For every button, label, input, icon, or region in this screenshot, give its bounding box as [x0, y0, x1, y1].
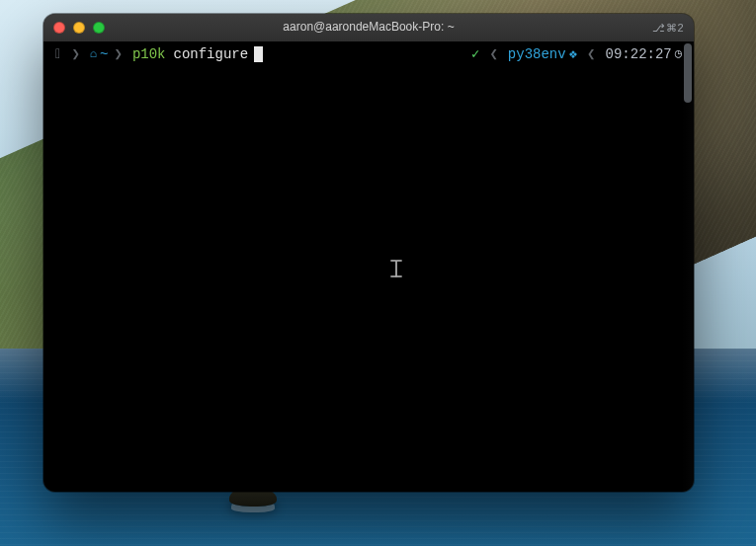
- window-close-button[interactable]: [53, 22, 65, 34]
- cwd-segment: ⌂ ~: [84, 44, 115, 64]
- window-titlebar[interactable]: aaron@aarondeMacBook-Pro: ~ ⎇⌘2: [43, 14, 694, 41]
- apple-logo-icon: : [49, 44, 71, 64]
- text-cursor: [254, 46, 263, 62]
- clock-icon: ◷: [675, 44, 682, 64]
- prompt-right: ✓ ❮ py38env ❖ ❮ 09:22:27 ◷: [465, 44, 688, 64]
- window-zoom-button[interactable]: [93, 22, 105, 34]
- window-minimize-button[interactable]: [73, 22, 85, 34]
- terminal-viewport[interactable]:  ❯ ⌂ ~ ❯ p10k configure ✓ ❮: [43, 41, 694, 492]
- scrollbar-track[interactable]: [682, 41, 694, 492]
- home-icon: ⌂: [90, 44, 97, 64]
- last-status-segment: ✓: [465, 44, 485, 64]
- window-title: aaron@aarondeMacBook-Pro: ~: [43, 20, 694, 34]
- command-input[interactable]: p10k configure: [126, 44, 269, 64]
- command-token-2: configure: [174, 44, 249, 64]
- prompt-line:  ❯ ⌂ ~ ❯ p10k configure ✓ ❮: [49, 44, 688, 64]
- separator-icon: ❮: [587, 44, 595, 64]
- command-token-1: p10k: [132, 44, 166, 64]
- separator-icon: ❮: [489, 44, 497, 64]
- cwd-text: ~: [100, 44, 108, 64]
- virtualenv-segment: py38env ❖: [502, 44, 583, 64]
- prompt-left:  ❯ ⌂ ~ ❯ p10k configure: [49, 44, 269, 64]
- time-segment: 09:22:27 ◷: [600, 44, 688, 64]
- separator-icon: ❯: [114, 44, 122, 64]
- time-text: 09:22:27: [606, 44, 672, 64]
- virtualenv-name: py38env: [508, 44, 566, 64]
- scrollbar-thumb[interactable]: [684, 43, 692, 103]
- separator-icon: ❯: [71, 44, 79, 64]
- window-traffic-lights: [53, 22, 105, 34]
- terminal-window: aaron@aarondeMacBook-Pro: ~ ⎇⌘2  ❯ ⌂ ~ …: [43, 14, 694, 492]
- python-env-icon: ❖: [569, 44, 577, 64]
- window-shortcut-indicator: ⎇⌘2: [652, 22, 684, 35]
